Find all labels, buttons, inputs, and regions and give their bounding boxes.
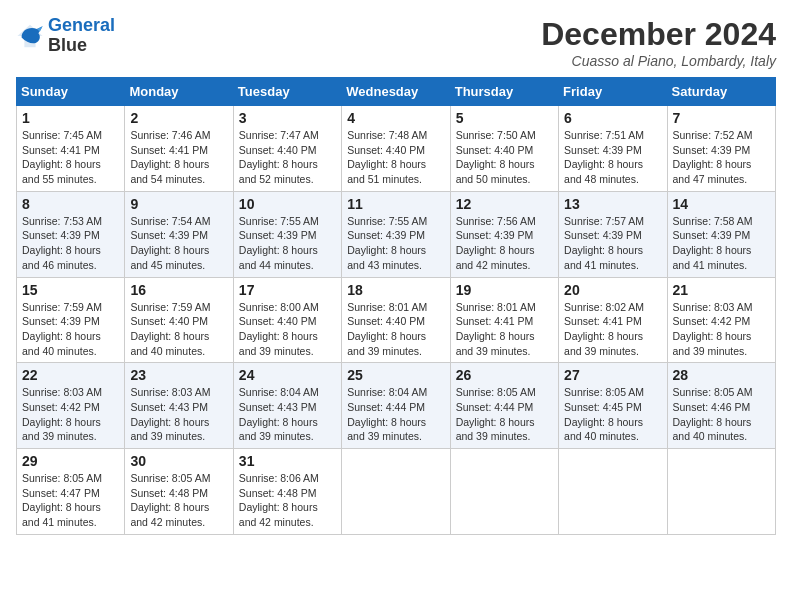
day-cell: 18Sunrise: 8:01 AM Sunset: 4:40 PM Dayli… xyxy=(342,277,450,363)
day-number: 9 xyxy=(130,196,227,212)
day-info: Sunrise: 8:04 AM Sunset: 4:44 PM Dayligh… xyxy=(347,385,444,444)
day-cell: 6Sunrise: 7:51 AM Sunset: 4:39 PM Daylig… xyxy=(559,106,667,192)
day-cell xyxy=(342,449,450,535)
week-row-5: 29Sunrise: 8:05 AM Sunset: 4:47 PM Dayli… xyxy=(17,449,776,535)
day-cell: 15Sunrise: 7:59 AM Sunset: 4:39 PM Dayli… xyxy=(17,277,125,363)
day-cell: 13Sunrise: 7:57 AM Sunset: 4:39 PM Dayli… xyxy=(559,191,667,277)
day-info: Sunrise: 8:06 AM Sunset: 4:48 PM Dayligh… xyxy=(239,471,336,530)
title-block: December 2024 Cuasso al Piano, Lombardy,… xyxy=(541,16,776,69)
logo: General Blue xyxy=(16,16,115,56)
day-cell: 14Sunrise: 7:58 AM Sunset: 4:39 PM Dayli… xyxy=(667,191,775,277)
day-info: Sunrise: 8:05 AM Sunset: 4:44 PM Dayligh… xyxy=(456,385,553,444)
day-cell: 8Sunrise: 7:53 AM Sunset: 4:39 PM Daylig… xyxy=(17,191,125,277)
month-title: December 2024 xyxy=(541,16,776,53)
day-cell: 12Sunrise: 7:56 AM Sunset: 4:39 PM Dayli… xyxy=(450,191,558,277)
calendar-table: SundayMondayTuesdayWednesdayThursdayFrid… xyxy=(16,77,776,535)
day-number: 5 xyxy=(456,110,553,126)
day-cell: 9Sunrise: 7:54 AM Sunset: 4:39 PM Daylig… xyxy=(125,191,233,277)
day-info: Sunrise: 8:03 AM Sunset: 4:42 PM Dayligh… xyxy=(22,385,119,444)
day-info: Sunrise: 7:47 AM Sunset: 4:40 PM Dayligh… xyxy=(239,128,336,187)
day-number: 14 xyxy=(673,196,770,212)
day-cell: 27Sunrise: 8:05 AM Sunset: 4:45 PM Dayli… xyxy=(559,363,667,449)
day-cell xyxy=(450,449,558,535)
header-cell-wednesday: Wednesday xyxy=(342,78,450,106)
day-number: 20 xyxy=(564,282,661,298)
logo-text: General Blue xyxy=(48,16,115,56)
day-info: Sunrise: 7:53 AM Sunset: 4:39 PM Dayligh… xyxy=(22,214,119,273)
day-info: Sunrise: 7:55 AM Sunset: 4:39 PM Dayligh… xyxy=(239,214,336,273)
day-number: 8 xyxy=(22,196,119,212)
day-number: 13 xyxy=(564,196,661,212)
day-info: Sunrise: 7:58 AM Sunset: 4:39 PM Dayligh… xyxy=(673,214,770,273)
day-info: Sunrise: 8:03 AM Sunset: 4:43 PM Dayligh… xyxy=(130,385,227,444)
day-cell: 25Sunrise: 8:04 AM Sunset: 4:44 PM Dayli… xyxy=(342,363,450,449)
header-cell-thursday: Thursday xyxy=(450,78,558,106)
day-cell: 7Sunrise: 7:52 AM Sunset: 4:39 PM Daylig… xyxy=(667,106,775,192)
day-info: Sunrise: 7:52 AM Sunset: 4:39 PM Dayligh… xyxy=(673,128,770,187)
day-number: 15 xyxy=(22,282,119,298)
day-number: 12 xyxy=(456,196,553,212)
day-info: Sunrise: 7:59 AM Sunset: 4:39 PM Dayligh… xyxy=(22,300,119,359)
day-number: 7 xyxy=(673,110,770,126)
day-cell xyxy=(559,449,667,535)
day-cell: 28Sunrise: 8:05 AM Sunset: 4:46 PM Dayli… xyxy=(667,363,775,449)
day-info: Sunrise: 8:05 AM Sunset: 4:47 PM Dayligh… xyxy=(22,471,119,530)
day-cell: 31Sunrise: 8:06 AM Sunset: 4:48 PM Dayli… xyxy=(233,449,341,535)
day-info: Sunrise: 7:45 AM Sunset: 4:41 PM Dayligh… xyxy=(22,128,119,187)
day-cell: 11Sunrise: 7:55 AM Sunset: 4:39 PM Dayli… xyxy=(342,191,450,277)
header-cell-saturday: Saturday xyxy=(667,78,775,106)
day-cell: 10Sunrise: 7:55 AM Sunset: 4:39 PM Dayli… xyxy=(233,191,341,277)
day-cell: 29Sunrise: 8:05 AM Sunset: 4:47 PM Dayli… xyxy=(17,449,125,535)
day-number: 31 xyxy=(239,453,336,469)
day-number: 16 xyxy=(130,282,227,298)
day-number: 11 xyxy=(347,196,444,212)
logo-icon xyxy=(16,22,44,50)
day-cell: 23Sunrise: 8:03 AM Sunset: 4:43 PM Dayli… xyxy=(125,363,233,449)
day-number: 30 xyxy=(130,453,227,469)
day-cell: 19Sunrise: 8:01 AM Sunset: 4:41 PM Dayli… xyxy=(450,277,558,363)
day-cell: 30Sunrise: 8:05 AM Sunset: 4:48 PM Dayli… xyxy=(125,449,233,535)
day-info: Sunrise: 7:48 AM Sunset: 4:40 PM Dayligh… xyxy=(347,128,444,187)
day-info: Sunrise: 8:05 AM Sunset: 4:46 PM Dayligh… xyxy=(673,385,770,444)
day-number: 17 xyxy=(239,282,336,298)
day-number: 26 xyxy=(456,367,553,383)
day-info: Sunrise: 8:05 AM Sunset: 4:45 PM Dayligh… xyxy=(564,385,661,444)
day-info: Sunrise: 7:57 AM Sunset: 4:39 PM Dayligh… xyxy=(564,214,661,273)
day-info: Sunrise: 8:00 AM Sunset: 4:40 PM Dayligh… xyxy=(239,300,336,359)
day-info: Sunrise: 8:02 AM Sunset: 4:41 PM Dayligh… xyxy=(564,300,661,359)
day-cell: 24Sunrise: 8:04 AM Sunset: 4:43 PM Dayli… xyxy=(233,363,341,449)
day-info: Sunrise: 8:03 AM Sunset: 4:42 PM Dayligh… xyxy=(673,300,770,359)
day-number: 2 xyxy=(130,110,227,126)
day-number: 1 xyxy=(22,110,119,126)
day-cell xyxy=(667,449,775,535)
day-cell: 20Sunrise: 8:02 AM Sunset: 4:41 PM Dayli… xyxy=(559,277,667,363)
day-number: 29 xyxy=(22,453,119,469)
day-number: 21 xyxy=(673,282,770,298)
header-cell-monday: Monday xyxy=(125,78,233,106)
day-number: 6 xyxy=(564,110,661,126)
calendar-header: SundayMondayTuesdayWednesdayThursdayFrid… xyxy=(17,78,776,106)
day-info: Sunrise: 7:51 AM Sunset: 4:39 PM Dayligh… xyxy=(564,128,661,187)
day-cell: 3Sunrise: 7:47 AM Sunset: 4:40 PM Daylig… xyxy=(233,106,341,192)
day-cell: 16Sunrise: 7:59 AM Sunset: 4:40 PM Dayli… xyxy=(125,277,233,363)
day-number: 3 xyxy=(239,110,336,126)
day-info: Sunrise: 7:56 AM Sunset: 4:39 PM Dayligh… xyxy=(456,214,553,273)
day-info: Sunrise: 8:04 AM Sunset: 4:43 PM Dayligh… xyxy=(239,385,336,444)
week-row-3: 15Sunrise: 7:59 AM Sunset: 4:39 PM Dayli… xyxy=(17,277,776,363)
day-info: Sunrise: 7:46 AM Sunset: 4:41 PM Dayligh… xyxy=(130,128,227,187)
day-info: Sunrise: 7:54 AM Sunset: 4:39 PM Dayligh… xyxy=(130,214,227,273)
day-cell: 22Sunrise: 8:03 AM Sunset: 4:42 PM Dayli… xyxy=(17,363,125,449)
day-cell: 5Sunrise: 7:50 AM Sunset: 4:40 PM Daylig… xyxy=(450,106,558,192)
day-cell: 4Sunrise: 7:48 AM Sunset: 4:40 PM Daylig… xyxy=(342,106,450,192)
day-number: 27 xyxy=(564,367,661,383)
day-number: 24 xyxy=(239,367,336,383)
day-info: Sunrise: 7:59 AM Sunset: 4:40 PM Dayligh… xyxy=(130,300,227,359)
page-header: General Blue December 2024 Cuasso al Pia… xyxy=(16,16,776,69)
day-cell: 26Sunrise: 8:05 AM Sunset: 4:44 PM Dayli… xyxy=(450,363,558,449)
header-cell-friday: Friday xyxy=(559,78,667,106)
day-info: Sunrise: 8:05 AM Sunset: 4:48 PM Dayligh… xyxy=(130,471,227,530)
day-number: 19 xyxy=(456,282,553,298)
day-cell: 2Sunrise: 7:46 AM Sunset: 4:41 PM Daylig… xyxy=(125,106,233,192)
day-info: Sunrise: 8:01 AM Sunset: 4:40 PM Dayligh… xyxy=(347,300,444,359)
day-info: Sunrise: 8:01 AM Sunset: 4:41 PM Dayligh… xyxy=(456,300,553,359)
